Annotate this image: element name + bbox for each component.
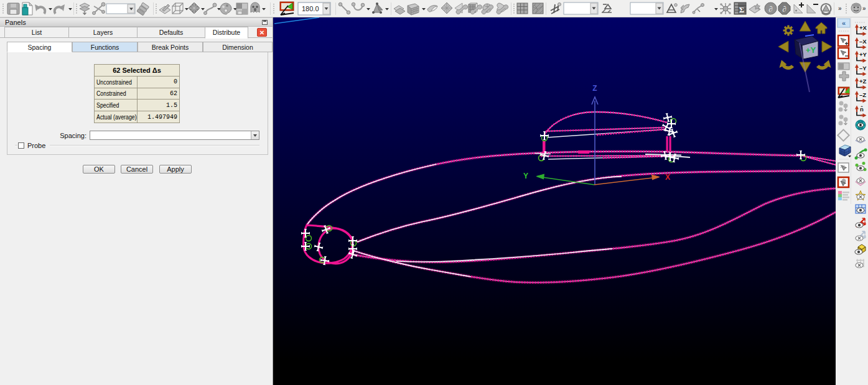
svg-text:+X: +X: [859, 24, 867, 31]
svg-text:Σ: Σ: [739, 5, 745, 14]
svg-text:∂: ∂: [768, 4, 772, 14]
svg-text:X: X: [665, 173, 670, 182]
svg-text:–Z: –Z: [859, 91, 866, 98]
svg-text:+Y: +Y: [859, 51, 867, 58]
svg-text:∂: ∂: [782, 4, 786, 14]
svg-text:Z: Z: [592, 84, 597, 93]
svg-text:+Z: +Z: [859, 78, 867, 85]
svg-text:Y: Y: [523, 172, 528, 180]
svg-text:–X: –X: [859, 38, 867, 45]
svg-text:–Y: –Y: [859, 65, 867, 72]
svg-text:»: »: [862, 5, 866, 12]
svg-text:»: »: [838, 5, 842, 12]
svg-text:+Y: +Y: [806, 45, 816, 55]
svg-text:180.0: 180.0: [302, 5, 319, 12]
svg-text:n̂: n̂: [860, 106, 864, 113]
svg-text:«: «: [842, 19, 846, 27]
